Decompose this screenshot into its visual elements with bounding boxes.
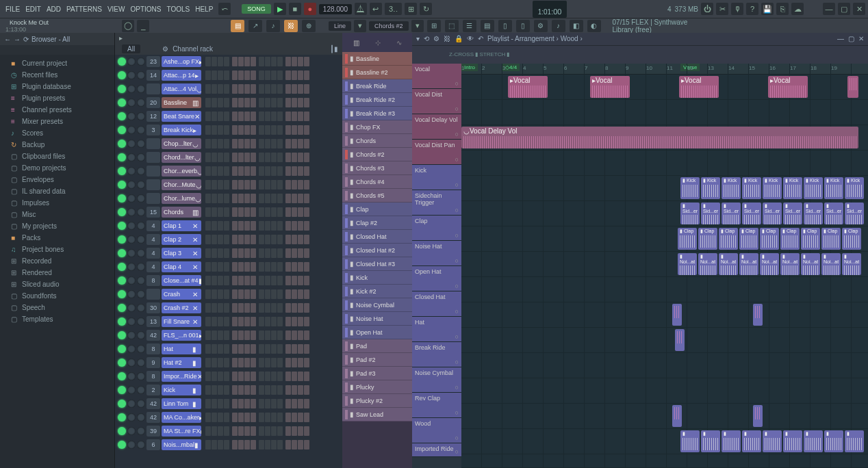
channel-name[interactable]: Linn Tom▮ <box>162 398 201 409</box>
track-mute-icon[interactable]: ○ <box>455 333 459 340</box>
channel-mute-led[interactable] <box>118 400 126 408</box>
browser-item[interactable]: ⊞Rendered <box>0 267 114 278</box>
channel-pan-knob[interactable] <box>127 372 136 380</box>
channel-mixer-num[interactable]: 8 <box>146 343 160 354</box>
snap-select[interactable]: Line <box>329 21 351 31</box>
countdown-icon[interactable]: 3‥ <box>385 3 402 15</box>
playlist-clip[interactable] <box>675 329 685 351</box>
track-header[interactable]: Clap○ <box>412 216 461 241</box>
channel-mute-led[interactable] <box>118 153 126 161</box>
channel-mixer-num[interactable]: 8 <box>146 275 160 286</box>
overdub-icon[interactable]: ⊞ <box>405 3 417 15</box>
channel-mute-led[interactable] <box>118 140 126 148</box>
browser-item[interactable]: ⊞Sliced audio <box>0 278 114 290</box>
channel-mute-led[interactable] <box>118 276 126 285</box>
playlist-clip[interactable]: ▮ <box>722 430 741 452</box>
tb-tool-10[interactable]: ◐ <box>587 20 601 32</box>
playlist-clip[interactable] <box>753 304 763 326</box>
step-sequencer[interactable] <box>205 125 311 135</box>
track-header[interactable]: Open Hat○ <box>412 266 461 291</box>
undo-icon[interactable]: ⤺ <box>218 3 231 15</box>
track-header[interactable]: Kick○ <box>412 165 461 190</box>
playlist-clip[interactable]: ▮ Sid...er <box>763 203 782 224</box>
playlist-clip[interactable]: ▮ Noi...at <box>739 253 758 275</box>
track-header[interactable]: Rev Clap○ <box>412 393 461 418</box>
playlist-clip[interactable]: ▮ <box>804 430 823 452</box>
metronome-icon[interactable]: ⏅ <box>355 3 367 15</box>
browser-item[interactable]: ▢IL shared data <box>0 185 114 197</box>
channel-pan-knob[interactable] <box>127 112 136 120</box>
channel-mute-led[interactable] <box>118 208 126 216</box>
channel-name[interactable]: FLS_...n 001▸ <box>162 330 201 341</box>
channel-name[interactable]: Impor...Ride✕ <box>162 371 201 382</box>
channel-mixer-num[interactable]: 14 <box>146 70 160 81</box>
channel-mixer-num[interactable]: 30 <box>146 302 160 313</box>
browser-item[interactable]: ▢My projects <box>0 220 114 232</box>
pattern-item[interactable]: ▮Bassline #2 <box>342 66 412 79</box>
cr-gear-icon[interactable]: ⚙ <box>162 45 168 53</box>
step-sequencer[interactable] <box>205 112 311 121</box>
channel-mute-led[interactable] <box>118 413 126 421</box>
pattern-item[interactable]: ▮Chords <box>342 134 412 148</box>
track-header[interactable]: Vocal Delay Vol○ <box>412 114 461 140</box>
pl-sync-icon[interactable]: ⟲ <box>424 35 429 42</box>
channel-mute-led[interactable] <box>118 99 126 107</box>
record-button[interactable]: ● <box>304 3 316 15</box>
channel-row[interactable]: 2Kick▮ <box>115 383 342 397</box>
channel-pan-knob[interactable] <box>127 194 136 203</box>
pattern-item[interactable]: ▮Pad #3 <box>342 367 412 380</box>
playlist-clip[interactable]: ▸Vocal <box>508 76 548 98</box>
playlist-clip[interactable]: ▮ Clap <box>760 228 779 250</box>
channel-mute-led[interactable] <box>118 181 126 189</box>
channel-mixer-num[interactable]: 4 <box>146 248 160 259</box>
browser-item[interactable]: ⊞Plugin database <box>0 81 114 92</box>
playlist-clip[interactable]: ▮ Noi...at <box>719 253 738 275</box>
channel-vol-knob[interactable] <box>137 126 145 134</box>
maximize-icon[interactable]: ▢ <box>838 3 850 15</box>
track-header[interactable]: Vocal Dist○ <box>412 89 461 114</box>
playlist-clip[interactable]: ▮ Sid...er <box>845 203 864 224</box>
channel-row[interactable]: 23Ashe...op FX▸ <box>115 55 342 68</box>
tb-tool-3[interactable]: ☰ <box>463 20 476 32</box>
channel-name[interactable]: Chords▥ <box>162 207 201 218</box>
track-mute-icon[interactable]: ○ <box>455 283 459 289</box>
channel-pan-knob[interactable] <box>127 71 136 79</box>
playlist-clip[interactable]: ▮ Clap <box>719 228 738 250</box>
channel-name[interactable]: Kick▮ <box>162 385 201 395</box>
pl-min-icon[interactable]: — <box>837 35 844 42</box>
step-sequencer[interactable] <box>205 57 311 66</box>
channel-vol-knob[interactable] <box>137 400 145 408</box>
channel-mixer-num[interactable] <box>146 152 160 163</box>
browser-item[interactable]: ■Current project <box>0 57 114 69</box>
playlist-clip[interactable]: ▮ <box>680 430 700 452</box>
playlist-clip[interactable]: ▮ <box>763 430 782 452</box>
step-sequencer[interactable] <box>205 440 311 450</box>
tb-tool-4[interactable]: ▤ <box>481 20 494 32</box>
channel-pan-knob[interactable] <box>127 140 136 148</box>
step-sequencer[interactable] <box>205 180 311 190</box>
track-lane[interactable] <box>461 378 868 404</box>
channel-mute-led[interactable] <box>118 372 126 380</box>
channel-name[interactable]: MA Co...aker▸ <box>162 412 201 423</box>
playlist-clip[interactable]: ▮ <box>742 430 761 452</box>
playlist-clip[interactable]: ▮ Kick <box>783 177 802 199</box>
pattern-item[interactable]: ▮Noise Hat <box>342 312 412 326</box>
channel-row[interactable]: 12Beat Snare✕ <box>115 109 342 123</box>
track-mute-icon[interactable]: ○ <box>455 257 459 264</box>
channel-vol-knob[interactable] <box>137 208 145 216</box>
playlist-clip[interactable]: ▮ Noi...at <box>678 253 697 275</box>
view-mixer-icon[interactable]: ⛓ <box>284 20 298 32</box>
channel-vol-knob[interactable] <box>137 304 145 312</box>
browser-item[interactable]: ⊞Recorded <box>0 255 114 267</box>
channel-name[interactable]: Chor...lume◡ <box>162 193 201 204</box>
channel-mixer-num[interactable] <box>146 179 160 190</box>
channel-mute-led[interactable] <box>118 345 126 353</box>
pattern-item[interactable]: ▮Chords #2 <box>342 148 412 161</box>
channel-mute-led[interactable] <box>118 112 126 120</box>
channel-name[interactable]: Bassline▥ <box>162 97 201 108</box>
channel-mixer-num[interactable]: 6 <box>146 439 160 450</box>
channel-name[interactable]: Nois...mbal▮ <box>162 439 201 450</box>
channel-mixer-num[interactable] <box>146 83 160 94</box>
pattern-item[interactable]: ▮Clap <box>342 203 412 216</box>
channel-name[interactable]: Hat▮ <box>162 343 201 354</box>
